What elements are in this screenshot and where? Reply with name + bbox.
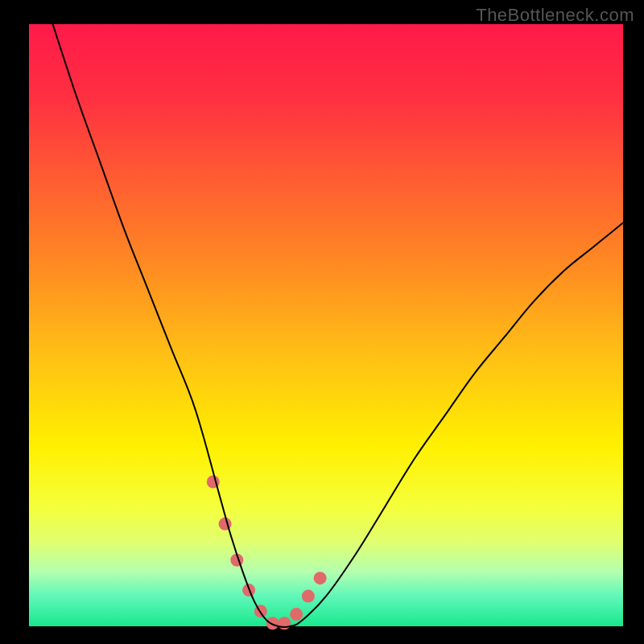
highlight-marker	[266, 617, 279, 630]
highlight-marker	[314, 572, 327, 584]
watermark-text: TheBottleneck.com	[476, 5, 634, 26]
chart-container: TheBottleneck.com	[0, 0, 644, 644]
plot-background	[29, 24, 623, 626]
highlight-marker	[302, 590, 315, 603]
highlight-marker	[290, 608, 303, 621]
bottleneck-chart	[0, 0, 644, 644]
